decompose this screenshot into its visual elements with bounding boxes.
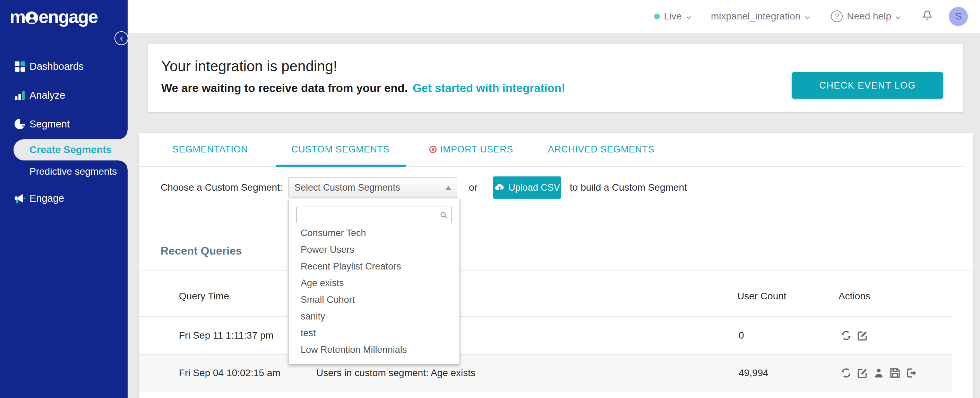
logo-o-icon bbox=[25, 11, 38, 24]
tab-label: CUSTOM SEGMENTS bbox=[291, 144, 390, 155]
segment-option[interactable]: Small Cohort bbox=[289, 291, 460, 308]
help-icon: ? bbox=[831, 10, 843, 22]
user-count-cell: 49,994 bbox=[739, 368, 768, 379]
select-value: Select Custom Segments bbox=[294, 177, 400, 198]
engage-icon bbox=[13, 192, 26, 205]
sidebar-item-engage[interactable]: Engage bbox=[0, 187, 127, 209]
segment-option[interactable]: sanity bbox=[289, 308, 460, 325]
environment-switcher[interactable]: Live bbox=[654, 11, 692, 22]
table-row: Fri Sep 11 1:11:37 pm 0 bbox=[139, 317, 952, 355]
chevron-down-icon bbox=[686, 11, 692, 22]
segment-option[interactable]: Low Retention Millennials bbox=[289, 341, 460, 358]
edit-button[interactable] bbox=[856, 329, 869, 342]
need-help-label: Need help bbox=[847, 11, 891, 22]
topbar: Live mixpanel_integration ? Need help S bbox=[127, 0, 980, 34]
table-row: Fri Sep 04 10:02:15 am Users in custom s… bbox=[139, 355, 952, 392]
custom-segment-dropdown-panel: Consumer Tech Power Users Recent Playlis… bbox=[288, 199, 460, 364]
sidebar-item-predictive-segments[interactable]: Predictive segments bbox=[0, 162, 127, 181]
query-time-cell: Fri Sep 04 10:02:15 am bbox=[179, 368, 280, 379]
sidebar-item-label: Predictive segments bbox=[29, 166, 117, 177]
sidebar-item-analyze[interactable]: Analyze bbox=[0, 84, 127, 106]
upload-cloud-icon bbox=[494, 182, 505, 193]
sidebar: mengage Dashboards Analyze Segment Creat… bbox=[0, 0, 127, 398]
upload-csv-button[interactable]: Upload CSV bbox=[493, 176, 561, 199]
export-button[interactable] bbox=[905, 367, 918, 379]
save-button[interactable] bbox=[889, 367, 901, 379]
refresh-button[interactable] bbox=[840, 367, 853, 379]
chevron-down-icon bbox=[896, 11, 901, 22]
live-status-dot bbox=[654, 14, 660, 19]
segment-option[interactable]: Consumer Tech bbox=[289, 225, 460, 241]
chooser-suffix: to build a Custom Segment bbox=[570, 177, 687, 198]
segments-card: SEGMENTATION CUSTOM SEGMENTS IMPORT USER… bbox=[139, 133, 973, 398]
segment-search bbox=[296, 207, 452, 223]
row-actions bbox=[840, 329, 869, 342]
recent-queries-heading: Recent Queries bbox=[161, 245, 242, 257]
sidebar-item-create-segments[interactable]: Create Segments bbox=[14, 139, 127, 160]
banner-title: Your integration is pending! bbox=[161, 58, 337, 75]
segment-option[interactable]: test bbox=[289, 325, 460, 341]
chevron-left-icon: ‹ bbox=[120, 34, 123, 43]
tab-archived-segments[interactable]: ARCHIVED SEGMENTS bbox=[548, 144, 654, 155]
sidebar-item-label: Segment bbox=[29, 118, 70, 130]
segment-option-list: Consumer Tech Power Users Recent Playlis… bbox=[289, 225, 460, 358]
conjunction-text: or bbox=[469, 177, 477, 198]
logo-text-rest: engage bbox=[38, 6, 97, 27]
banner-subtitle: We are waiting to receive data from your… bbox=[161, 82, 565, 95]
user-count-cell: 0 bbox=[739, 330, 744, 341]
chooser-label: Choose a Custom Segment: bbox=[161, 177, 283, 198]
analyze-icon bbox=[13, 89, 26, 102]
tab-bar: SEGMENTATION CUSTOM SEGMENTS IMPORT USER… bbox=[139, 133, 963, 167]
tab-custom-segments[interactable]: CUSTOM SEGMENTS bbox=[291, 144, 390, 155]
segment-option[interactable]: Age exists bbox=[289, 275, 460, 291]
tab-segmentation[interactable]: SEGMENTATION bbox=[172, 144, 248, 155]
get-started-link[interactable]: Get started with integration! bbox=[413, 82, 565, 94]
notifications-button[interactable] bbox=[921, 10, 934, 23]
environment-label: Live bbox=[664, 11, 682, 22]
refresh-button[interactable] bbox=[840, 329, 853, 342]
check-event-log-label: CHECK EVENT LOG bbox=[819, 80, 916, 91]
avatar-initial: S bbox=[955, 11, 962, 22]
search-icon bbox=[439, 211, 449, 220]
active-tab-underline bbox=[276, 165, 406, 167]
sidebar-item-label: Analyze bbox=[29, 90, 65, 101]
query-cell: Users in custom segment: Age exists bbox=[316, 368, 476, 379]
sidebar-item-label: Create Segments bbox=[29, 139, 112, 160]
sidebar-item-dashboards[interactable]: Dashboards bbox=[0, 55, 127, 77]
dashboards-icon bbox=[13, 60, 26, 73]
integration-banner: Your integration is pending! We are wait… bbox=[148, 44, 963, 112]
custom-segment-select[interactable]: Select Custom Segments bbox=[288, 177, 457, 198]
tab-label: IMPORT USERS bbox=[440, 144, 513, 155]
column-header-user-count: User Count bbox=[737, 291, 786, 302]
segment-icon bbox=[13, 117, 26, 131]
chevron-down-icon bbox=[805, 11, 810, 22]
view-users-button[interactable] bbox=[872, 367, 885, 379]
sidebar-item-label: Engage bbox=[29, 193, 64, 204]
bell-icon bbox=[921, 10, 934, 23]
tab-label: SEGMENTATION bbox=[172, 144, 248, 155]
project-name: mixpanel_integration bbox=[711, 11, 800, 22]
sidebar-item-segment[interactable]: Segment bbox=[0, 113, 127, 135]
edit-button[interactable] bbox=[856, 367, 869, 379]
tab-label: ARCHIVED SEGMENTS bbox=[548, 144, 654, 155]
upload-csv-label: Upload CSV bbox=[508, 182, 560, 193]
check-event-log-button[interactable]: CHECK EVENT LOG bbox=[792, 72, 943, 99]
import-users-badge-icon bbox=[429, 146, 437, 153]
logo-text-m: m bbox=[10, 6, 25, 27]
tab-import-users[interactable]: IMPORT USERS bbox=[429, 144, 513, 155]
sidebar-item-label: Dashboards bbox=[29, 61, 84, 72]
project-switcher[interactable]: mixpanel_integration bbox=[711, 11, 810, 22]
table-header-row: Query Time User Count Actions bbox=[139, 291, 952, 308]
segment-search-input[interactable] bbox=[296, 207, 452, 223]
collapse-sidebar-button[interactable]: ‹ bbox=[115, 31, 128, 45]
segment-option[interactable]: Power Users bbox=[289, 241, 460, 258]
segment-option[interactable]: Recent Playlist Creators bbox=[289, 258, 460, 275]
need-help-menu[interactable]: ? Need help bbox=[831, 10, 901, 22]
main-content: Your integration is pending! We are wait… bbox=[127, 34, 980, 398]
query-time-cell: Fri Sep 11 1:11:37 pm bbox=[179, 330, 274, 341]
avatar[interactable]: S bbox=[949, 7, 968, 26]
app-window: mengage Dashboards Analyze Segment Creat… bbox=[0, 0, 980, 398]
pill-corner-bottom bbox=[119, 160, 127, 169]
column-header-actions: Actions bbox=[838, 291, 870, 302]
column-header-query-time: Query Time bbox=[179, 291, 229, 302]
